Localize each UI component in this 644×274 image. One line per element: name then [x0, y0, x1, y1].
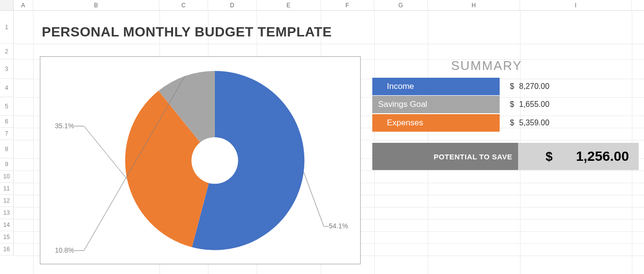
col-header-H[interactable]: H: [428, 0, 520, 10]
summary-expenses-label: Expenses: [372, 114, 500, 132]
summary-heading: SUMMARY: [451, 58, 522, 73]
svg-point-0: [191, 137, 238, 184]
col-header-D[interactable]: D: [208, 0, 257, 10]
row-header-3[interactable]: 3: [0, 59, 14, 79]
summary-income-label: Income: [372, 78, 500, 95]
svg-text:54.1%: 54.1%: [329, 222, 348, 230]
row-header-4[interactable]: 4: [0, 79, 14, 97]
col-header-B[interactable]: B: [33, 0, 159, 10]
row-header-col: 12345678910111213141516: [0, 11, 14, 274]
row-header-5[interactable]: 5: [0, 97, 14, 116]
worksheet-grid[interactable]: PERSONAL MONTHLY BUDGET TEMPLATE 54.1%35…: [14, 11, 644, 274]
summary-savings-value[interactable]: $1,655.00: [500, 96, 639, 113]
row-header-13[interactable]: 13: [0, 207, 14, 219]
col-header-E[interactable]: E: [257, 0, 321, 10]
row-header-16[interactable]: 16: [0, 243, 14, 256]
row-header-7[interactable]: 7: [0, 128, 14, 140]
summary-expenses-value[interactable]: $5,359.00: [500, 114, 639, 132]
row-header-14[interactable]: 14: [0, 219, 14, 231]
summary-income-value[interactable]: $8,270.00: [500, 78, 639, 95]
potential-to-save-label: POTENTIAL TO SAVE: [372, 143, 518, 170]
column-header-row: ABCDEFGHI: [0, 0, 644, 11]
row-header-6[interactable]: 6: [0, 116, 14, 128]
potential-to-save-value[interactable]: $1,256.00: [518, 143, 639, 170]
col-header-A[interactable]: A: [14, 0, 33, 10]
budget-donut-chart[interactable]: 54.1%35.1%10.8%: [40, 56, 361, 264]
row-header-10[interactable]: 10: [0, 171, 14, 183]
col-header-C[interactable]: C: [159, 0, 208, 10]
col-header-F[interactable]: F: [321, 0, 374, 10]
corner-cell: [0, 0, 14, 10]
col-header-G[interactable]: G: [374, 0, 428, 10]
row-header-9[interactable]: 9: [0, 158, 14, 171]
row-header-8[interactable]: 8: [0, 140, 14, 158]
col-header-I[interactable]: I: [520, 0, 632, 10]
svg-text:10.8%: 10.8%: [55, 246, 74, 254]
svg-text:35.1%: 35.1%: [55, 122, 74, 130]
row-header-12[interactable]: 12: [0, 195, 14, 207]
row-header-2[interactable]: 2: [0, 44, 14, 59]
row-header-11[interactable]: 11: [0, 183, 14, 195]
row-header-1[interactable]: 1: [0, 11, 14, 44]
page-title: PERSONAL MONTHLY BUDGET TEMPLATE: [42, 24, 332, 40]
potential-to-save-row: POTENTIAL TO SAVE $1,256.00: [372, 143, 639, 170]
summary-savings-label: Savings Goal: [372, 96, 500, 113]
row-header-15[interactable]: 15: [0, 231, 14, 243]
